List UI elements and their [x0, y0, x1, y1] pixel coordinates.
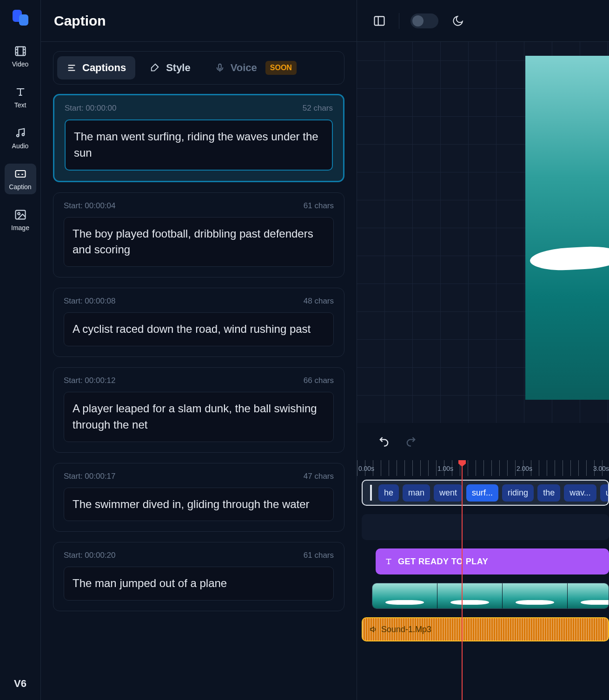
soon-badge: SOON [265, 61, 297, 75]
audio-track-clip[interactable]: Sound-1.Mp3 [362, 617, 609, 641]
app-logo [11, 8, 30, 27]
caption-chars: 52 chars [303, 104, 333, 113]
svg-point-7 [18, 212, 20, 215]
caption-text-box[interactable]: The swimmer dived in, gliding through th… [64, 488, 334, 522]
tab-voice: Voice SOON [205, 55, 306, 80]
sidebar-item-caption[interactable]: Caption [5, 164, 36, 194]
caption-word-chip[interactable]: man [403, 484, 430, 502]
caption-text-box[interactable]: A cyclist raced down the road, wind rush… [64, 312, 334, 346]
caption-text: The boy played football, dribbling past … [73, 226, 325, 258]
svg-rect-6 [15, 211, 25, 219]
playhead[interactable] [462, 460, 463, 700]
ruler-tick-label: 3.00s [593, 465, 609, 472]
svg-rect-2 [15, 47, 25, 56]
sidebar-item-video[interactable]: Video [5, 41, 36, 72]
svg-rect-9 [375, 16, 384, 25]
caption-chars: 66 chars [304, 376, 334, 385]
caption-text-box[interactable]: The man went surfing, riding the waves u… [65, 119, 333, 171]
caption-track-clip[interactable]: hemanwentsurf...ridingthewav...under [362, 480, 609, 506]
caption-card[interactable]: Start: 00:00:17 47 chars The swimmer div… [53, 463, 344, 532]
theme-toggle[interactable] [410, 13, 438, 28]
svg-rect-8 [218, 64, 221, 69]
sidebar-item-label: Image [11, 224, 29, 231]
text-icon [384, 557, 393, 566]
tabbar: Captions Style Voice SOON [53, 51, 344, 85]
moon-icon[interactable] [450, 13, 466, 29]
undo-button[interactable] [377, 434, 391, 449]
caption-text: The swimmer dived in, gliding through th… [73, 496, 325, 513]
divider [399, 13, 399, 29]
caption-text-box[interactable]: The man jumped out of a plane [64, 567, 334, 601]
caption-card[interactable]: Start: 00:00:04 61 chars The boy played … [53, 192, 344, 278]
tab-captions[interactable]: Captions [57, 56, 135, 79]
preview-video-frame [525, 56, 609, 400]
caption-panel: Caption Captions Style Voice SOON [41, 0, 357, 700]
ruler-tick-label: 1.00s [437, 465, 453, 472]
caption-text: The man went surfing, riding the waves u… [74, 129, 324, 161]
caption-start: Start: 00:00:17 [64, 472, 116, 481]
svg-rect-1 [19, 14, 28, 26]
caption-word-chip[interactable]: surf... [466, 484, 498, 502]
caption-start: Start: 00:00:04 [64, 201, 116, 211]
page-title: Caption [54, 13, 106, 29]
sidebar-item-label: Video [12, 60, 29, 68]
sidebar: Video Text Audio Caption Image V6 [0, 0, 41, 700]
caption-word-chip[interactable]: he [378, 484, 399, 502]
timeline-ruler[interactable]: 0.00s1.00s2.00s3.00s [357, 460, 609, 476]
svg-rect-5 [15, 171, 25, 177]
tab-label: Voice [231, 62, 257, 74]
caption-text: The man jumped out of a plane [73, 575, 325, 592]
caption-chars: 47 chars [304, 472, 334, 481]
caption-text: A player leaped for a slam dunk, the bal… [73, 401, 325, 433]
video-track-clip[interactable] [372, 583, 609, 609]
sidebar-item-image[interactable]: Image [5, 205, 36, 235]
timeline[interactable]: 0.00s1.00s2.00s3.00s hemanwentsurf...rid… [357, 460, 609, 700]
caption-chars: 61 chars [304, 551, 334, 560]
sidebar-item-text[interactable]: Text [5, 82, 36, 112]
caption-word-chip[interactable]: under [600, 484, 609, 502]
svg-point-4 [22, 133, 24, 136]
sidebar-item-label: Caption [9, 183, 31, 191]
caption-start: Start: 00:00:20 [64, 551, 116, 560]
caption-card[interactable]: Start: 00:00:08 48 chars A cyclist raced… [53, 288, 344, 357]
caption-word-chip[interactable]: went [434, 484, 463, 502]
caption-text-box[interactable]: A player leaped for a slam dunk, the bal… [64, 392, 334, 442]
caption-text-box[interactable]: The boy played football, dribbling past … [64, 217, 334, 267]
caption-word-chip[interactable]: riding [502, 484, 534, 502]
speaker-icon [369, 625, 377, 634]
text-overlay-clip[interactable]: GET READY TO PLAY [376, 548, 609, 575]
caption-start: Start: 00:00:08 [64, 297, 116, 306]
tab-style[interactable]: Style [141, 56, 200, 79]
redo-button [404, 434, 417, 449]
caption-word-chip[interactable]: the [537, 484, 560, 502]
caption-start: Start: 00:00:00 [65, 104, 117, 113]
ruler-tick-label: 2.00s [516, 465, 532, 472]
sidebar-item-label: Text [14, 101, 26, 109]
caption-card[interactable]: Start: 00:00:12 66 chars A player leaped… [53, 367, 344, 453]
version-label: V6 [14, 678, 26, 690]
caption-card[interactable]: Start: 00:00:00 52 chars The man went su… [53, 94, 344, 182]
caption-text: A cyclist raced down the road, wind rush… [73, 321, 325, 337]
layout-toggle-icon[interactable] [371, 13, 388, 29]
sidebar-item-label: Audio [12, 142, 29, 150]
caption-start: Start: 00:00:12 [64, 376, 116, 385]
svg-point-3 [16, 135, 19, 137]
caption-chars: 61 chars [304, 201, 334, 211]
caption-word-chip[interactable]: wav... [564, 484, 596, 502]
caption-card[interactable]: Start: 00:00:20 61 chars The man jumped … [53, 542, 344, 611]
audio-clip-label: Sound-1.Mp3 [381, 625, 431, 634]
clip-grip-icon[interactable] [370, 485, 372, 501]
ruler-tick-label: 0.00s [358, 465, 374, 472]
right-area: 0.00s1.00s2.00s3.00s hemanwentsurf...rid… [357, 0, 609, 700]
preview-canvas[interactable] [357, 42, 609, 423]
empty-track[interactable] [362, 514, 609, 540]
caption-chars: 48 chars [304, 297, 334, 306]
tab-label: Style [166, 62, 191, 74]
sidebar-item-audio[interactable]: Audio [5, 123, 36, 153]
text-overlay-label: GET READY TO PLAY [398, 557, 488, 567]
tab-label: Captions [82, 62, 126, 74]
